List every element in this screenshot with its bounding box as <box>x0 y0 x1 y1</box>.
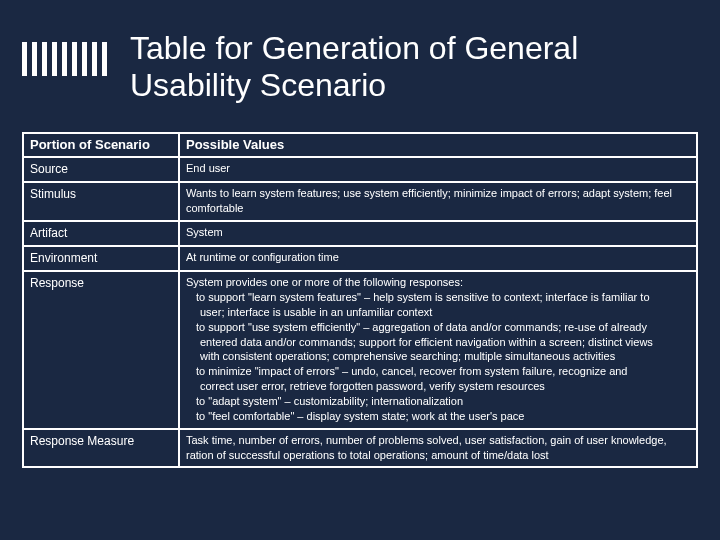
table-row: Artifact System <box>23 221 697 246</box>
scenario-table: Portion of Scenario Possible Values Sour… <box>22 132 698 468</box>
table-row: Response System provides one or more of … <box>23 271 697 428</box>
slide-title: Table for Generation of General Usabilit… <box>130 30 690 104</box>
decorative-bars <box>22 42 107 76</box>
table-row: Response Measure Task time, number of er… <box>23 429 697 468</box>
row-key: Environment <box>23 246 179 271</box>
row-value: System <box>179 221 697 246</box>
row-value: Wants to learn system features; use syst… <box>179 182 697 221</box>
table-row: Source End user <box>23 157 697 182</box>
row-key: Source <box>23 157 179 182</box>
row-key: Stimulus <box>23 182 179 221</box>
row-value: At runtime or configuration time <box>179 246 697 271</box>
row-key: Artifact <box>23 221 179 246</box>
row-key: Response <box>23 271 179 428</box>
row-value: End user <box>179 157 697 182</box>
table-row: Stimulus Wants to learn system features;… <box>23 182 697 221</box>
row-value: Task time, number of errors, number of p… <box>179 429 697 468</box>
table-header-row: Portion of Scenario Possible Values <box>23 133 697 157</box>
row-value-response: System provides one or more of the follo… <box>179 271 697 428</box>
row-key: Response Measure <box>23 429 179 468</box>
header-portion: Portion of Scenario <box>23 133 179 157</box>
header-values: Possible Values <box>179 133 697 157</box>
table-row: Environment At runtime or configuration … <box>23 246 697 271</box>
